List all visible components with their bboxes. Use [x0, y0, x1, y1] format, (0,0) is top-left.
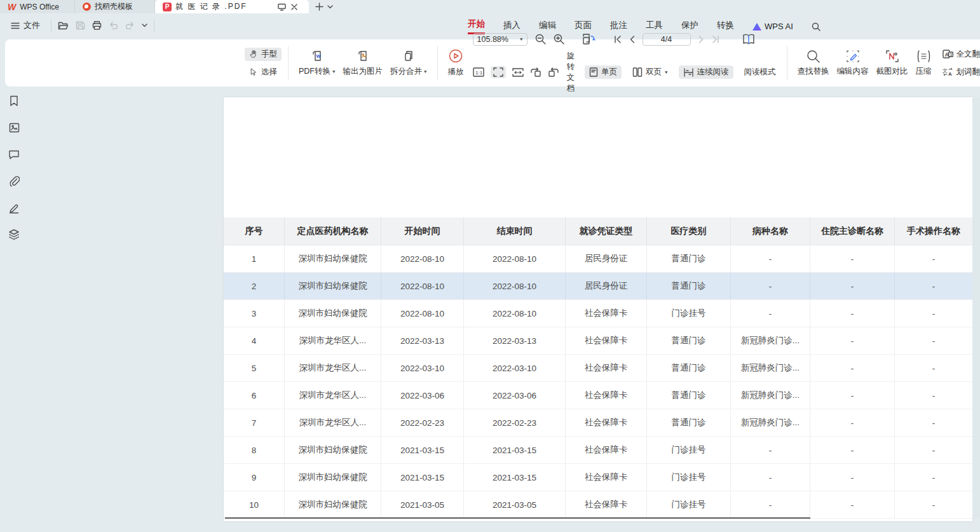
table-cell: 1 [224, 245, 285, 272]
table-cell: 普通门诊 [647, 327, 731, 354]
single-page-button[interactable]: 单页 [585, 65, 622, 79]
table-row[interactable]: 7深圳市龙华区人...2022-02-232022-02-23社会保障卡普通门诊… [224, 409, 972, 437]
menu-item-protect[interactable]: 保护 [681, 20, 698, 34]
print-icon[interactable] [92, 21, 102, 30]
column-header: 住院主诊断名称 [810, 217, 895, 245]
word-translate-label: 划词翻译 [956, 67, 980, 78]
play-button[interactable]: 播放 [444, 48, 468, 78]
export-image-button[interactable]: 输出为图片 [339, 49, 387, 77]
rotate-right-icon[interactable] [548, 67, 559, 78]
table-row[interactable]: 6深圳市龙华区人...2022-03-062022-03-06社会保障卡普通门诊… [224, 382, 972, 409]
table-cell: 深圳市龙华区人... [285, 355, 381, 381]
zoom-level-select[interactable]: 105.88%▾ [473, 33, 527, 46]
select-tool-label: 选择 [261, 67, 277, 78]
reading-mode-button[interactable]: 阅读模式 [740, 65, 780, 79]
column-header: 手术操作名称 [895, 217, 972, 245]
menu-item-insert[interactable]: 插入 [503, 20, 521, 34]
select-tool-button[interactable]: 选择 [245, 65, 282, 79]
new-tab-button[interactable] [315, 3, 323, 11]
svg-text:A: A [948, 71, 952, 76]
table-cell: 5 [224, 355, 285, 381]
table-cell: - [810, 273, 895, 299]
table-header-row: 序号定点医药机构名称开始时间结束时间就诊凭证类型医疗类别病种名称住院主诊断名称手… [224, 217, 972, 245]
layers-panel-icon[interactable] [5, 226, 23, 243]
thumbnail-panel-icon[interactable] [5, 119, 23, 136]
close-tab-icon[interactable] [291, 4, 297, 10]
menu-item-comment[interactable]: 批注 [610, 20, 627, 34]
column-header: 开始时间 [381, 217, 464, 245]
open-file-icon[interactable] [58, 21, 69, 30]
wps-ai-menu[interactable]: WPS AI [752, 22, 793, 31]
fit-page-button[interactable] [491, 66, 506, 78]
table-row[interactable]: 5深圳市龙华区人...2022-03-102022-03-10社会保障卡普通门诊… [224, 355, 972, 382]
word-translate-icon: 文 A [943, 67, 953, 76]
split-merge-button[interactable]: 拆分合并▾ [386, 49, 431, 77]
table-row[interactable]: 4深圳市龙华区人...2022-03-132022-03-13社会保障卡普通门诊… [224, 327, 972, 355]
table-cell: - [810, 300, 895, 327]
zoom-in-icon[interactable] [554, 34, 564, 44]
tab-list-chevron-icon[interactable] [327, 5, 333, 9]
table-cell: 2022-03-13 [464, 327, 566, 354]
table-cell: 深圳市妇幼保健院 [285, 300, 381, 327]
full-text-translate-button[interactable]: A 文 全文翻译 [938, 48, 980, 61]
table-row[interactable]: 1深圳市妇幼保健院2022-08-102022-08-10居民身份证普通门诊--… [224, 245, 972, 273]
quick-access-chevron-icon[interactable] [142, 24, 147, 27]
pdf-convert-icon: W [310, 49, 324, 63]
previous-page-button[interactable] [629, 36, 635, 43]
find-replace-button[interactable]: 查找替换 [794, 50, 833, 77]
table-row[interactable]: 9深圳市妇幼保健院2021-03-152021-03-15社会保障卡门诊挂号--… [224, 464, 972, 491]
table-cell: 门诊挂号 [647, 300, 731, 327]
menu-item-page[interactable]: 页面 [575, 20, 592, 34]
hand-tool-label: 手型 [261, 49, 277, 60]
signature-panel-icon[interactable] [5, 200, 23, 216]
menu-search-icon[interactable] [812, 22, 820, 31]
table-row[interactable]: 2深圳市妇幼保健院2022-08-102022-08-10居民身份证普通门诊--… [224, 273, 972, 300]
comment-panel-icon[interactable] [5, 146, 23, 163]
tab-wps-office[interactable]: W WPS Office [0, 0, 75, 13]
first-page-button[interactable] [614, 36, 622, 43]
tab-docer[interactable]: 找稻壳模板 [75, 0, 155, 13]
next-page-button[interactable] [698, 36, 704, 43]
last-page-button[interactable] [712, 36, 719, 43]
table-row[interactable]: 8深圳市妇幼保健院2021-03-152021-03-15社会保障卡门诊挂号--… [224, 437, 972, 464]
actual-size-button[interactable]: 1:1 [473, 67, 484, 77]
pdf-page[interactable]: 序号定点医药机构名称开始时间结束时间就诊凭证类型医疗类别病种名称住院主诊断名称手… [224, 97, 972, 521]
full-text-translate-label: 全文翻译 [956, 49, 980, 60]
pdf-convert-button[interactable]: W PDF转换▾ [295, 49, 339, 77]
monitor-icon[interactable] [278, 3, 286, 11]
edit-content-button[interactable]: 编辑内容 [833, 50, 873, 77]
tab-document[interactable]: P 就 医 记 录 .PDF [155, 0, 309, 13]
rotate-pages-icon[interactable] [581, 32, 596, 46]
continuous-reading-label: 连续阅读 [697, 67, 729, 78]
menu-item-edit[interactable]: 编辑 [539, 20, 556, 34]
rotate-left-icon[interactable] [530, 67, 541, 78]
table-cell: 深圳市龙华区人... [285, 327, 381, 354]
table-cell: 深圳市妇幼保健院 [285, 491, 381, 518]
menu-item-convert[interactable]: 转换 [717, 20, 734, 34]
file-menu[interactable]: 文件 [6, 18, 44, 32]
screenshot-compare-icon [885, 50, 899, 63]
screenshot-compare-button[interactable]: 截图对比 [873, 50, 912, 77]
save-icon[interactable] [76, 21, 85, 30]
word-translate-button[interactable]: 文 A 划词翻译▾ [938, 65, 980, 79]
bookmark-panel-icon[interactable] [5, 93, 23, 109]
table-row[interactable]: 3深圳市妇幼保健院2022-08-102022-08-10社会保障卡门诊挂号--… [224, 300, 972, 327]
zoom-out-icon[interactable] [535, 34, 546, 44]
redo-icon[interactable] [125, 22, 135, 29]
undo-icon[interactable] [109, 22, 118, 29]
continuous-reading-button[interactable]: 连续阅读 [679, 65, 733, 79]
left-panel-rail [0, 93, 28, 243]
table-cell: 2022-03-13 [381, 327, 464, 354]
fit-width-button[interactable] [512, 68, 524, 77]
table-cell: 2021-03-15 [381, 464, 464, 491]
hand-tool-button[interactable]: 手型 [245, 48, 282, 61]
column-header: 序号 [224, 217, 285, 245]
page-indicator-input[interactable]: 4/4 [643, 33, 691, 46]
table-cell: - [731, 273, 810, 299]
table-cell: 社会保障卡 [566, 355, 647, 381]
attachment-panel-icon[interactable] [5, 173, 23, 189]
table-row[interactable]: 10深圳市妇幼保健院2021-03-052021-03-05社会保障卡门诊挂号-… [224, 491, 972, 519]
compress-button[interactable]: 压缩 [912, 50, 936, 77]
menu-item-tools[interactable]: 工具 [646, 20, 663, 34]
double-page-button[interactable]: 双页▾ [628, 65, 672, 79]
